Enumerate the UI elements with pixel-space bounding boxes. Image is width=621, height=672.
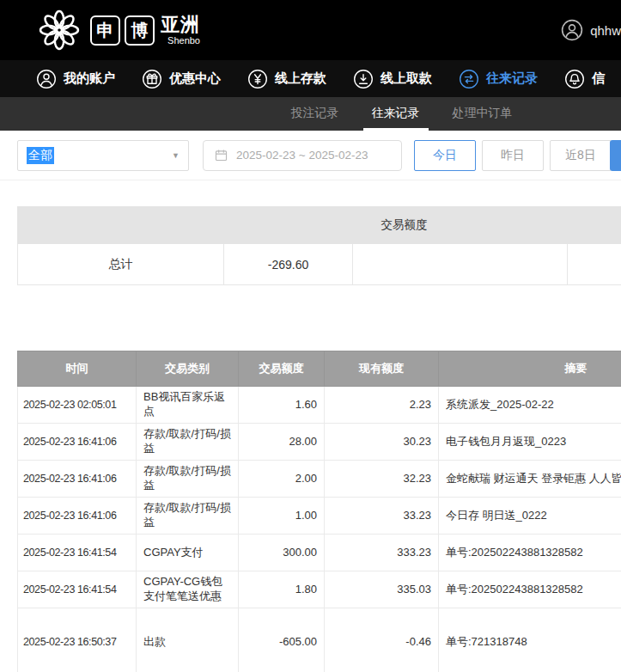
brand-char-bo: 博 [125,15,155,46]
chevron-down-icon: ▼ [172,151,180,160]
cell-amount: 28.00 [239,424,325,461]
cell-amount: 1.80 [239,571,325,608]
cell-type: 出款 [137,608,239,672]
summary-table-title: 交易额度 [18,207,621,244]
search-button-partial[interactable] [610,140,621,171]
table-row: 2025-02-23 16:41:54CGPAY-CG钱包支付笔笔送优惠1.80… [18,571,621,608]
subtab-bet-records[interactable]: 投注记录 [283,97,348,131]
brand-region: 亚洲 [161,15,200,35]
cell-summary: 单号:721318748 [439,608,621,672]
summary-empty-cell-1 [353,244,568,285]
cell-type: 存款/取款/打码/损益 [137,424,239,461]
table-row: 2025-02-23 16:41:54CGPAY支付300.00333.23单号… [18,535,621,571]
subtab-processing-orders[interactable]: 处理中订单 [444,97,521,131]
column-header-type: 交易类别 [137,351,239,387]
cell-summary: 单号:202502243881328582 [439,535,621,571]
quick-filter-last-8-days[interactable]: 近8日 [550,140,612,171]
column-header-summary: 摘要 [439,351,621,387]
column-header-time: 时间 [18,351,137,387]
table-row: 2025-02-23 16:50:37出款-605.00-0.46单号:7213… [18,608,621,672]
nav-item-online-withdrawal[interactable]: 线上取款 [353,69,432,89]
cell-time: 2025-02-23 16:50:37 [18,608,137,672]
nav-item-transaction-records[interactable]: 往来记录 [459,69,538,89]
cell-summary: 单号:202502243881328582 [439,571,621,608]
type-select-value: 全部 [27,147,54,164]
nav-item-label: 线上存款 [275,70,326,87]
nav-item-my-account[interactable]: 我的账户 [36,69,115,89]
cell-summary: 今日存 明日送_0222 [439,498,621,535]
cell-balance: -0.46 [325,608,439,672]
cell-time: 2025-02-23 16:41:06 [18,498,137,535]
nav-item-label: 信 [592,70,605,87]
summary-header-row: 交易额度 [18,207,621,244]
nav-item-label: 往来记录 [486,70,538,87]
table-row: 2025-02-23 16:41:06存款/取款/打码/损益1.0033.23今… [18,498,621,535]
quick-filter-yesterday[interactable]: 昨日 [482,140,544,171]
main-nav: 我的账户优惠中心线上存款线上取款往来记录信 [0,60,621,97]
cell-balance: 2.23 [325,387,439,424]
table-row: 2025-02-23 02:05:01BB视讯百家乐返点1.602.23系统派发… [18,387,621,424]
cell-time: 2025-02-23 16:41:54 [18,571,137,608]
cell-summary: 系统派发_2025-02-22 [439,387,621,424]
brand-logo[interactable]: 申 博 亚洲 Shenbo [36,7,200,53]
summary-table: 交易额度 总计 -269.60 [17,206,621,285]
cell-amount: 300.00 [239,535,325,571]
cell-amount: 1.00 [239,498,325,535]
nav-item-label: 我的账户 [64,70,115,87]
cell-type: CGPAY-CG钱包支付笔笔送优惠 [137,571,239,608]
withdraw-icon [353,69,374,89]
summary-total-label: 总计 [18,244,224,285]
cell-type: 存款/取款/打码/损益 [137,498,239,535]
deposit-icon [247,69,268,89]
summary-empty-cell-2 [568,244,621,285]
records-icon [459,69,479,89]
calendar-icon [214,148,228,162]
cell-time: 2025-02-23 16:41:54 [18,535,137,571]
nav-item-label: 优惠中心 [169,70,221,87]
cell-time: 2025-02-23 02:05:01 [18,387,137,424]
cell-summary: 电子钱包月月返现_0223 [439,424,621,461]
date-range-value: 2025-02-23 ~ 2025-02-23 [236,149,368,162]
type-select[interactable]: 全部 ▼ [17,140,189,171]
nav-item-messages[interactable]: 信 [564,69,605,89]
cell-summary: 金蛇献瑞 财运通天 登录钜惠 人人皆 [439,461,621,498]
cell-time: 2025-02-23 16:41:06 [18,424,137,461]
filter-bar: 全部 ▼ 2025-02-23 ~ 2025-02-23 今日昨日近8日 [0,131,621,180]
cell-type: BB视讯百家乐返点 [137,387,239,424]
quick-filter-today[interactable]: 今日 [414,140,476,171]
records-section: 时间交易类别交易额度现有额度摘要2025-02-23 02:05:01BB视讯百… [17,351,621,672]
cell-balance: 32.23 [325,461,439,498]
top-header: 申 博 亚洲 Shenbo qhhw [0,0,621,60]
summary-total-value: -269.60 [224,244,353,285]
date-range-input[interactable]: 2025-02-23 ~ 2025-02-23 [203,140,402,171]
cell-type: CGPAY支付 [137,535,239,571]
nav-item-online-deposit[interactable]: 线上存款 [247,69,326,89]
quick-filter-buttons: 今日昨日近8日 [414,140,612,171]
table-row: 2025-02-23 16:41:06存款/取款/打码/损益2.0032.23金… [18,461,621,498]
subtab-transaction-records[interactable]: 往来记录 [363,97,429,131]
bell-icon [564,69,585,89]
column-header-amount: 交易额度 [239,351,325,387]
cell-amount: 2.00 [239,461,325,498]
gift-icon [142,69,162,89]
sub-tabs: 投注记录往来记录处理中订单 [0,97,621,131]
flower-logo-icon [36,7,82,53]
cell-amount: 1.60 [239,387,325,424]
brand-subtitle: Shenbo [167,35,200,46]
brand-char-shen: 申 [90,15,120,46]
cell-balance: 30.23 [325,424,439,461]
cell-amount: -605.00 [239,608,325,672]
cell-type: 存款/取款/打码/损益 [137,461,239,498]
user-avatar-icon [561,19,583,41]
cell-time: 2025-02-23 16:41:06 [18,461,137,498]
nav-item-promotions[interactable]: 优惠中心 [142,69,221,89]
user-area[interactable]: qhhw [561,19,621,41]
nav-item-label: 线上取款 [381,70,432,87]
table-row: 2025-02-23 16:41:06存款/取款/打码/损益28.0030.23… [18,424,621,461]
username: qhhw [590,23,621,38]
table-header-row: 时间交易类别交易额度现有额度摘要 [18,351,621,387]
summary-total-row: 总计 -269.60 [18,244,621,285]
transactions-table: 时间交易类别交易额度现有额度摘要2025-02-23 02:05:01BB视讯百… [17,351,621,672]
summary-section: 交易额度 总计 -269.60 [17,206,621,285]
user-icon [36,69,57,89]
